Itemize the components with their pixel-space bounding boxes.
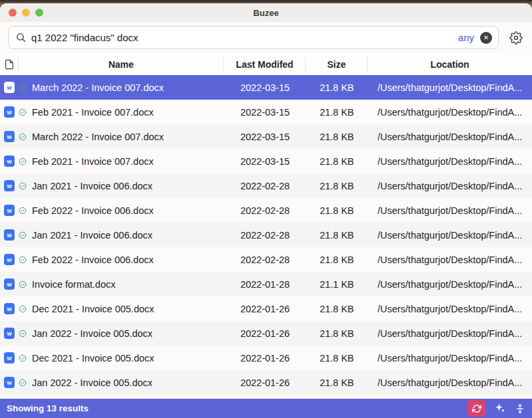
file-location: /Users/thatgurjot/Desktop/FindA... <box>378 156 523 167</box>
header-size[interactable]: Size <box>306 57 368 72</box>
file-size: 21.8 KB <box>306 353 368 364</box>
window-title: Buzee <box>253 8 279 18</box>
table-row[interactable]: w March 2022 - Invoice 007.docx 2022-03-… <box>0 124 532 149</box>
word-file-icon: w <box>4 278 15 290</box>
word-file-icon: w <box>4 377 15 388</box>
file-modified-date: 2022-01-28 <box>224 279 306 290</box>
table-row[interactable]: w Invoice format.docx 2022-01-28 21.1 KB… <box>0 272 532 296</box>
file-name: Invoice format.docx <box>32 279 116 290</box>
table-row[interactable]: w Dec 2021 - Invoice 005.docx 2022-01-26… <box>0 346 532 370</box>
file-modified-date: 2022-02-28 <box>224 205 306 216</box>
file-location: /Users/thatgurjot/Desktop/FindA... <box>378 205 523 216</box>
file-name: Feb 2022 - Invoice 006.docx <box>32 255 154 265</box>
file-modified-date: 2022-02-28 <box>224 181 306 191</box>
zoom-window-button[interactable] <box>35 9 43 17</box>
table-row[interactable]: w Feb 2022 - Invoice 006.docx 2022-02-28… <box>0 247 532 272</box>
header-file-type[interactable] <box>0 57 19 72</box>
status-bar-actions <box>467 400 525 417</box>
table-row[interactable]: w Dec 2021 - Invoice 005.docx 2022-01-26… <box>0 296 532 321</box>
file-name: Jan 2022 - Invoice 005.docx <box>32 328 152 339</box>
sparkles-icon <box>495 403 506 414</box>
header-location[interactable]: Location <box>368 57 532 72</box>
file-location: /Users/thatgurjot/Desktop/FindA... <box>378 304 523 314</box>
search-scope-dropdown[interactable]: any <box>458 32 474 43</box>
file-modified-date: 2022-03-15 <box>224 107 306 118</box>
header-last-modified[interactable]: Last Modifed <box>224 57 306 72</box>
check-circle-icon <box>19 379 27 387</box>
file-location: /Users/thatgurjot/Desktop/FindA... <box>378 107 523 118</box>
word-file-icon: w <box>4 352 15 364</box>
file-modified-date: 2022-02-28 <box>224 230 306 241</box>
file-name: Jan 2021 - Invoice 006.docx <box>32 230 152 241</box>
results-list: w March 2022 - Invoice 007.docx 2022-03-… <box>0 75 532 395</box>
file-size: 21.8 KB <box>306 328 368 339</box>
word-file-icon: w <box>4 303 15 314</box>
check-circle-icon <box>19 207 27 215</box>
file-size: 21.8 KB <box>306 205 368 216</box>
unfold-vertical-button[interactable] <box>515 403 525 414</box>
header-name[interactable]: Name <box>19 57 224 72</box>
search-input-wrap[interactable]: any ✕ <box>8 26 499 49</box>
titlebar: Buzee <box>0 3 532 22</box>
check-circle-icon <box>19 133 27 141</box>
file-size: 21.8 KB <box>306 82 368 93</box>
file-size: 21.8 KB <box>306 304 368 314</box>
word-file-icon: w <box>4 180 15 191</box>
search-input[interactable] <box>31 32 454 43</box>
file-size: 21.8 KB <box>306 230 368 241</box>
file-name: Dec 2021 - Invoice 005.docx <box>32 304 154 314</box>
file-name: Feb 2021 - Invoice 007.docx <box>32 156 154 167</box>
file-size: 21.8 KB <box>306 377 368 388</box>
table-row[interactable]: w Feb 2022 - Invoice 006.docx 2022-02-28… <box>0 198 532 223</box>
table-row[interactable]: w Jan 2021 - Invoice 006.docx 2022-02-28… <box>0 223 532 247</box>
minimize-window-button[interactable] <box>22 9 30 17</box>
file-modified-date: 2022-03-15 <box>224 156 306 167</box>
file-size: 21.8 KB <box>306 107 368 118</box>
search-icon <box>15 32 27 43</box>
file-modified-date: 2022-03-15 <box>224 132 306 142</box>
table-row[interactable]: w Jan 2021 - Invoice 006.docx 2022-02-28… <box>0 173 532 198</box>
check-circle-icon <box>19 280 27 288</box>
check-circle-icon <box>19 108 27 116</box>
check-circle-icon <box>19 305 27 313</box>
check-circle-icon <box>19 84 27 92</box>
file-name: Dec 2021 - Invoice 005.docx <box>32 353 154 364</box>
file-location: /Users/thatgurjot/Desktop/FindA... <box>378 132 523 142</box>
check-circle-icon <box>19 182 27 190</box>
file-location: /Users/thatgurjot/Desktop/FindA... <box>378 353 523 364</box>
table-header: Name Last Modifed Size Location <box>0 53 532 75</box>
check-circle-icon <box>19 256 27 264</box>
refresh-button[interactable] <box>467 400 486 417</box>
check-circle-icon <box>19 354 27 362</box>
file-location: /Users/thatgurjot/Desktop/FindA... <box>378 230 523 241</box>
close-window-button[interactable] <box>9 9 17 17</box>
file-location: /Users/thatgurjot/Desktop/FindA... <box>378 82 523 93</box>
file-name: March 2022 - Invoice 007.docx <box>32 132 164 142</box>
clear-search-icon[interactable]: ✕ <box>480 32 492 44</box>
file-name: Feb 2021 - Invoice 007.docx <box>32 107 154 118</box>
file-modified-date: 2022-01-26 <box>224 353 306 364</box>
file-size: 21.8 KB <box>306 132 368 142</box>
table-row[interactable]: w March 2022 - Invoice 007.docx 2022-03-… <box>0 75 532 100</box>
table-row[interactable]: w Jan 2022 - Invoice 005.docx 2022-01-26… <box>0 321 532 346</box>
word-file-icon: w <box>4 254 15 265</box>
file-name: March 2022 - Invoice 007.docx <box>32 82 164 93</box>
file-modified-date: 2022-01-26 <box>224 328 306 339</box>
sparkles-button[interactable] <box>495 403 506 414</box>
gear-icon[interactable] <box>508 30 524 46</box>
file-size: 21.8 KB <box>306 255 368 265</box>
desktop-background: Buzee any ✕ <box>0 0 532 418</box>
word-file-icon: w <box>4 131 15 142</box>
file-location: /Users/thatgurjot/Desktop/FindA... <box>378 255 523 265</box>
table-row[interactable]: w Feb 2021 - Invoice 007.docx 2022-03-15… <box>0 149 532 173</box>
file-name: Jan 2022 - Invoice 005.docx <box>32 377 152 388</box>
check-circle-icon <box>19 231 27 239</box>
table-row[interactable]: w Jan 2022 - Invoice 005.docx 2022-01-26… <box>0 370 532 395</box>
file-name: Jan 2021 - Invoice 006.docx <box>32 181 152 191</box>
table-row[interactable]: w Feb 2021 - Invoice 007.docx 2022-03-15… <box>0 100 532 124</box>
file-modified-date: 2022-02-28 <box>224 255 306 265</box>
search-bar: any ✕ <box>0 22 532 53</box>
file-location: /Users/thatgurjot/Desktop/FindA... <box>378 279 523 290</box>
word-file-icon: w <box>4 328 15 339</box>
word-file-icon: w <box>4 82 15 93</box>
